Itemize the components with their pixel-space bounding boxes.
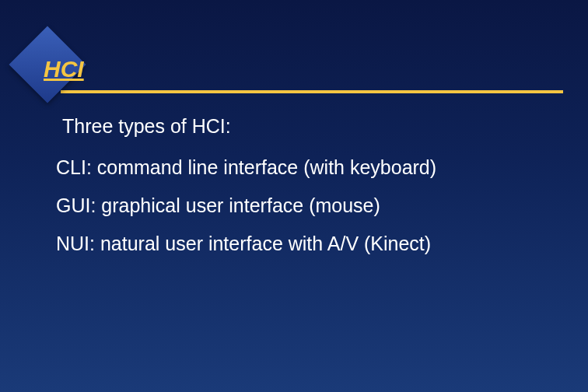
list-item: NUI: natural user interface with A/V (Ki… — [56, 233, 557, 255]
slide-content: Three types of HCI: CLI: command line in… — [56, 115, 557, 271]
intro-text: Three types of HCI: — [62, 115, 557, 138]
title-underline-rule — [61, 90, 563, 93]
list-item: CLI: command line interface (with keyboa… — [56, 156, 557, 179]
list-item: GUI: graphical user interface (mouse) — [56, 194, 557, 217]
slide-title: HCI — [44, 56, 84, 82]
